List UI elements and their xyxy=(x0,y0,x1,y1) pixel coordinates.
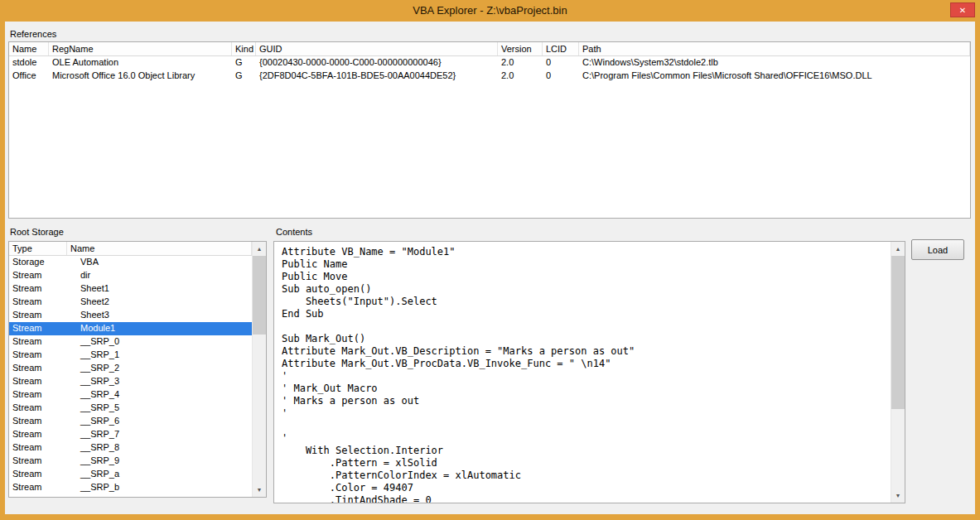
close-button[interactable]: ✕ xyxy=(950,2,975,17)
storage-cell-type: Stream xyxy=(9,415,67,428)
storage-row[interactable]: Stream__SRP_b xyxy=(9,481,252,494)
storage-row[interactable]: Stream__SRP_a xyxy=(9,468,252,481)
references-header: NameRegNameKindGUIDVersionLCIDPath xyxy=(9,42,970,56)
reference-cell-path: C:\Program Files\Common Files\Microsoft … xyxy=(579,70,970,83)
storage-row[interactable]: StorageVBA xyxy=(9,256,252,269)
reference-row[interactable]: OfficeMicrosoft Office 16.0 Object Libra… xyxy=(9,70,970,83)
storage-cell-name: Sheet1 xyxy=(67,282,252,296)
storage-cell-name: __SRP_4 xyxy=(67,388,252,402)
titlebar[interactable]: VBA Explorer - Z:\vbaProject.bin ✕ xyxy=(0,0,980,22)
reference-cell-lcid: 0 xyxy=(543,56,579,70)
storage-row[interactable]: Stream__SRP_4 xyxy=(9,388,252,402)
storage-row[interactable]: Stream__SRP_0 xyxy=(9,335,252,349)
column-header-type[interactable]: Type xyxy=(9,242,67,255)
column-header-regname[interactable]: RegName xyxy=(49,42,232,55)
storage-cell-type: Stream xyxy=(9,282,67,296)
storage-cell-name: __SRP_6 xyxy=(67,415,252,428)
storage-cell-type: Stream xyxy=(9,269,67,282)
references-rows: stdoleOLE AutomationG{00020430-0000-0000… xyxy=(9,56,970,83)
reference-cell-name: stdole xyxy=(9,56,49,70)
storage-cell-name: __SRP_0 xyxy=(67,335,252,349)
column-header-name[interactable]: Name xyxy=(67,242,252,255)
reference-cell-version: 2.0 xyxy=(498,70,543,83)
storage-cell-name: __SRP_a xyxy=(67,468,252,481)
contents-scrollbar[interactable]: ▲ ▼ xyxy=(891,242,905,503)
storage-row[interactable]: StreamSheet2 xyxy=(9,296,252,309)
column-header-lcid[interactable]: LCID xyxy=(543,42,579,55)
storage-cell-name: __SRP_9 xyxy=(67,455,252,468)
storage-row[interactable]: StreamSheet3 xyxy=(9,309,252,322)
reference-cell-kind: G xyxy=(232,70,256,83)
reference-cell-regname: OLE Automation xyxy=(49,56,232,70)
storage-cell-name: __SRP_2 xyxy=(67,362,252,375)
column-header-kind[interactable]: Kind xyxy=(232,42,256,55)
client-area: References NameRegNameKindGUIDVersionLCI… xyxy=(5,22,975,514)
bottom-row: TypeName StorageVBAStreamdirStreamSheet1… xyxy=(8,241,971,503)
root-storage-label: Root Storage xyxy=(10,227,64,238)
storage-row[interactable]: StreamSheet1 xyxy=(9,282,252,296)
column-header-path[interactable]: Path xyxy=(579,42,970,55)
scroll-down-icon[interactable]: ▼ xyxy=(891,489,905,503)
storage-row[interactable]: Stream__SRP_1 xyxy=(9,349,252,362)
storage-cell-name: __SRP_8 xyxy=(67,441,252,455)
storage-cell-name: __SRP_7 xyxy=(67,428,252,441)
scroll-up-icon[interactable]: ▲ xyxy=(253,242,266,256)
references-label: References xyxy=(10,29,975,40)
root-storage-header: TypeName xyxy=(9,242,252,256)
code-content[interactable]: Attribute VB_Name = "Module1" Public Nam… xyxy=(274,242,891,503)
reference-cell-lcid: 0 xyxy=(543,70,579,83)
storage-row[interactable]: Stream__SRP_3 xyxy=(9,375,252,388)
scrollbar-thumb[interactable] xyxy=(253,256,266,335)
storage-cell-name: __SRP_3 xyxy=(67,375,252,388)
root-storage-rows: StorageVBAStreamdirStreamSheet1StreamShe… xyxy=(9,256,266,494)
storage-cell-type: Stream xyxy=(9,335,67,349)
close-icon: ✕ xyxy=(959,6,966,15)
scroll-up-icon[interactable]: ▲ xyxy=(891,242,905,256)
reference-cell-kind: G xyxy=(232,56,256,70)
scrollbar-thumb[interactable] xyxy=(891,256,905,409)
storage-cell-type: Stream xyxy=(9,296,67,309)
storage-cell-name: Module1 xyxy=(67,322,252,335)
storage-cell-name: Sheet2 xyxy=(67,296,252,309)
storage-cell-name: dir xyxy=(67,269,252,282)
storage-cell-name: __SRP_1 xyxy=(67,349,252,362)
storage-row[interactable]: Streamdir xyxy=(9,269,252,282)
column-header-guid[interactable]: GUID xyxy=(256,42,498,55)
storage-row[interactable]: Stream__SRP_8 xyxy=(9,441,252,455)
reference-cell-regname: Microsoft Office 16.0 Object Library xyxy=(49,70,232,83)
storage-row[interactable]: Stream__SRP_7 xyxy=(9,428,252,441)
contents-label: Contents xyxy=(276,227,312,238)
storage-cell-name: __SRP_b xyxy=(67,481,252,494)
storage-row[interactable]: Stream__SRP_5 xyxy=(9,402,252,415)
bottom-labels: Root Storage Contents xyxy=(5,227,975,238)
storage-cell-type: Stream xyxy=(9,375,67,388)
storage-cell-type: Stream xyxy=(9,322,67,335)
reference-cell-path: C:\Windows\System32\stdole2.tlb xyxy=(579,56,970,70)
reference-cell-name: Office xyxy=(9,70,49,83)
contents-box[interactable]: Attribute VB_Name = "Module1" Public Nam… xyxy=(273,241,905,503)
storage-row[interactable]: StreamModule1 xyxy=(9,322,252,335)
window-title: VBA Explorer - Z:\vbaProject.bin xyxy=(0,4,980,17)
storage-cell-type: Stream xyxy=(9,455,67,468)
storage-cell-name: Sheet3 xyxy=(67,309,252,322)
references-list: NameRegNameKindGUIDVersionLCIDPath stdol… xyxy=(8,41,971,219)
reference-row[interactable]: stdoleOLE AutomationG{00020430-0000-0000… xyxy=(9,56,970,70)
load-button[interactable]: Load xyxy=(911,239,964,260)
storage-cell-type: Stream xyxy=(9,388,67,402)
storage-cell-type: Stream xyxy=(9,362,67,375)
root-storage-list: TypeName StorageVBAStreamdirStreamSheet1… xyxy=(8,241,267,498)
storage-row[interactable]: Stream__SRP_2 xyxy=(9,362,252,375)
storage-cell-type: Stream xyxy=(9,402,67,415)
column-header-name[interactable]: Name xyxy=(9,42,49,55)
column-header-version[interactable]: Version xyxy=(498,42,543,55)
storage-cell-type: Stream xyxy=(9,349,67,362)
storage-cell-type: Stream xyxy=(9,468,67,481)
storage-cell-type: Stream xyxy=(9,441,67,455)
storage-cell-name: __SRP_5 xyxy=(67,402,252,415)
storage-row[interactable]: Stream__SRP_6 xyxy=(9,415,252,428)
storage-cell-type: Storage xyxy=(9,256,67,269)
storage-row[interactable]: Stream__SRP_9 xyxy=(9,455,252,468)
reference-cell-guid: {2DF8D04C-5BFA-101B-BDE5-00AA0044DE52} xyxy=(256,70,498,83)
root-storage-scrollbar[interactable]: ▲ ▼ xyxy=(252,242,266,497)
scroll-down-icon[interactable]: ▼ xyxy=(253,483,266,497)
